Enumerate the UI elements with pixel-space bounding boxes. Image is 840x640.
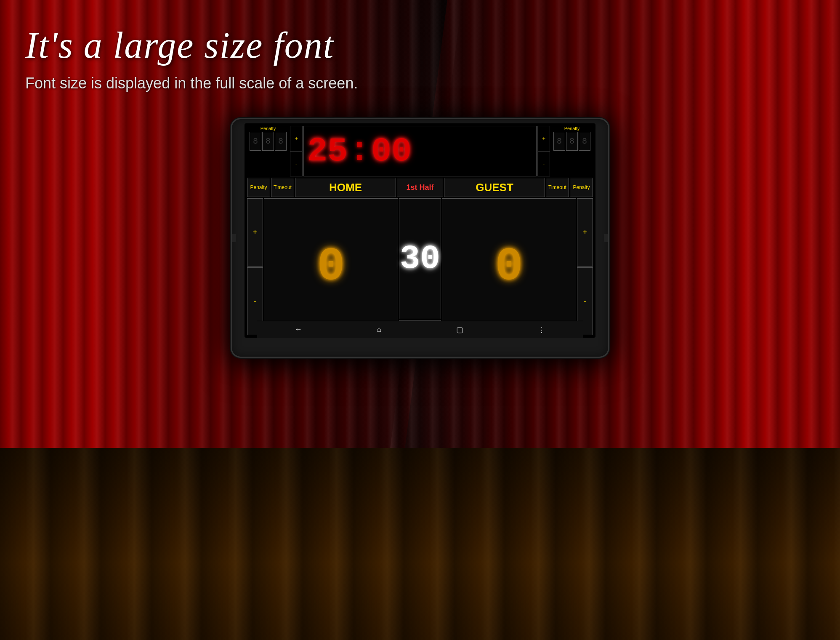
tablet-wrapper: Penalty 8 8 8 + -: [231, 118, 609, 358]
shot-clock-digit: 30: [400, 242, 440, 276]
penalty-display-left: 8 8 8: [250, 132, 287, 151]
shot-clock-display[interactable]: 30: [399, 198, 441, 319]
nav-home-icon[interactable]: ⌂: [377, 325, 381, 334]
tablet-camera-right: [604, 234, 609, 242]
penalty-digit-left-1: 8: [250, 132, 261, 151]
guest-btn[interactable]: GUEST: [444, 178, 545, 197]
timeout-mid-left-btn[interactable]: Timeout: [271, 178, 294, 197]
penalty-mid-left-btn[interactable]: Penalty: [247, 178, 270, 197]
subtitle: Font size is displayed in the full scale…: [25, 75, 358, 92]
penalty-digit-right-2: 8: [566, 132, 578, 151]
tablet-camera-left: [231, 234, 236, 242]
timer-controls-right: + -: [537, 126, 550, 176]
guest-score-plus-btn[interactable]: +: [577, 198, 593, 267]
penalty-digit-left-2: 8: [262, 132, 274, 151]
tablet: Penalty 8 8 8 + -: [231, 118, 609, 358]
timer-display[interactable]: 25 : 00: [303, 126, 537, 176]
nav-bar: ← ⌂ ▢ ⋮: [257, 321, 583, 338]
top-text-area: It's a large size font Font size is disp…: [25, 25, 358, 92]
home-score-plus-btn[interactable]: +: [247, 198, 263, 267]
home-score-display[interactable]: 0: [264, 198, 398, 335]
timer-controls-left: + -: [290, 126, 303, 176]
half-label: 1st Half: [397, 178, 443, 197]
timer-seconds: 00: [371, 132, 412, 171]
home-score-controls: + -: [247, 198, 263, 335]
home-btn[interactable]: HOME: [295, 178, 396, 197]
home-score-digit: 0: [317, 244, 345, 290]
timer-minutes: 25: [307, 132, 348, 171]
middle-row: Penalty Timeout HOME 1st Half GUEST Time…: [247, 178, 593, 197]
timer-section: + - 25 : 00 + -: [290, 126, 550, 176]
penalty-label-left: Penalty: [261, 126, 276, 131]
penalty-left-area: Penalty 8 8 8: [247, 126, 289, 176]
penalty-digit-right-3: 8: [579, 132, 590, 151]
timer-colon: :: [349, 134, 369, 168]
penalty-mid-right-btn[interactable]: Penalty: [570, 178, 593, 197]
guest-score-digit: 0: [495, 244, 523, 290]
timer-minus-right-btn[interactable]: -: [537, 151, 550, 176]
penalty-digit-left-3: 8: [275, 132, 287, 151]
guest-score-controls: + -: [577, 198, 593, 335]
nav-back-icon[interactable]: ←: [295, 325, 302, 334]
scoreboard: Penalty 8 8 8 + -: [245, 123, 595, 338]
main-title: It's a large size font: [25, 25, 358, 66]
nav-more-icon[interactable]: ⋮: [538, 325, 545, 334]
penalty-display-right: 8 8 8: [553, 132, 590, 151]
timer-minus-btn[interactable]: -: [290, 151, 303, 176]
nav-recent-icon[interactable]: ▢: [456, 325, 463, 334]
floor: [0, 448, 840, 640]
tablet-screen: Penalty 8 8 8 + -: [245, 123, 595, 338]
guest-score-display[interactable]: 0: [442, 198, 576, 335]
penalty-digit-right-1: 8: [553, 132, 565, 151]
timer-plus-btn[interactable]: +: [290, 126, 303, 151]
timeout-mid-right-btn[interactable]: Timeout: [546, 178, 569, 197]
penalty-right-area: Penalty 8 8 8: [551, 126, 593, 176]
timer-plus-right-btn[interactable]: +: [537, 126, 550, 151]
shot-clock-col: 30 To Coin: [399, 198, 441, 335]
top-row: Penalty 8 8 8 + -: [247, 126, 593, 176]
penalty-label-right: Penalty: [564, 126, 580, 131]
bottom-score-row: + - 0 30 To Coin: [247, 198, 593, 335]
